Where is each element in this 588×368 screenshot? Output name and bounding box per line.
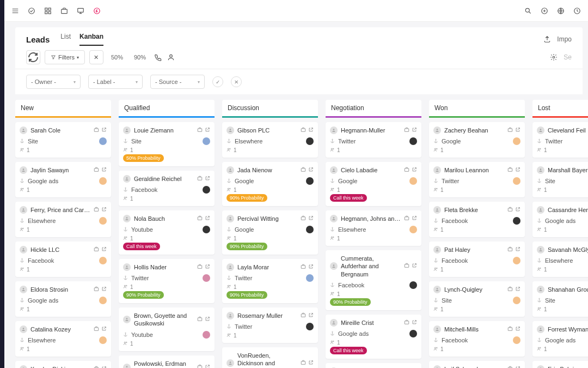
lead-card[interactable]: Savanah McGlynn Elsewhere 1 bbox=[532, 242, 588, 277]
briefcase-icon[interactable] bbox=[507, 365, 513, 368]
lead-card[interactable]: Cleveland Feil Twitter 1 bbox=[532, 122, 588, 158]
assignee-avatar[interactable] bbox=[203, 331, 210, 339]
lead-card[interactable]: Kayden Dickinson bbox=[15, 361, 111, 368]
external-link-icon[interactable] bbox=[515, 365, 520, 368]
briefcase-icon[interactable] bbox=[301, 312, 306, 319]
briefcase-icon[interactable] bbox=[404, 262, 409, 270]
external-link-icon[interactable] bbox=[412, 262, 417, 270]
clock-icon[interactable] bbox=[573, 7, 581, 15]
assignee-avatar[interactable] bbox=[203, 226, 210, 233]
assignee-avatar[interactable] bbox=[99, 177, 107, 185]
briefcase-icon[interactable] bbox=[60, 7, 69, 15]
upload-icon[interactable] bbox=[543, 35, 552, 44]
lead-card[interactable]: Lynch-Quigley Site 1 bbox=[429, 281, 525, 317]
bolt-icon[interactable] bbox=[93, 7, 101, 15]
briefcase-icon[interactable] bbox=[94, 286, 99, 293]
lead-card[interactable]: Powlowski, Erdman and Wilderman Google a… bbox=[119, 355, 215, 368]
clear-filter-button[interactable]: ✕ bbox=[89, 50, 103, 64]
apply-filter-icon[interactable]: ✓ bbox=[212, 76, 223, 87]
lead-card[interactable]: Jaylin Sawayn Google ads 1 bbox=[15, 162, 111, 197]
assignee-avatar[interactable] bbox=[513, 336, 520, 344]
assignee-avatar[interactable] bbox=[409, 330, 417, 337]
briefcase-icon[interactable] bbox=[94, 206, 99, 214]
external-link-icon[interactable] bbox=[205, 364, 210, 368]
assignee-avatar[interactable] bbox=[99, 336, 107, 344]
lead-card[interactable]: Rosemary Muller Twitter 1 bbox=[222, 307, 318, 343]
external-link-icon[interactable] bbox=[308, 312, 314, 319]
assignee-avatar[interactable] bbox=[513, 177, 520, 185]
briefcase-icon[interactable] bbox=[94, 365, 99, 368]
owner-select[interactable]: - Owner - bbox=[26, 75, 81, 89]
lead-card[interactable]: Fleta Brekke Facebook 1 bbox=[429, 202, 525, 237]
briefcase-icon[interactable] bbox=[301, 126, 306, 134]
lead-card[interactable]: Jada Nienow Google 1 90% Probability bbox=[222, 162, 318, 206]
assignee-avatar[interactable] bbox=[409, 281, 417, 289]
search-input[interactable]: Se bbox=[564, 53, 572, 61]
assignee-avatar[interactable] bbox=[306, 226, 314, 233]
briefcase-icon[interactable] bbox=[94, 325, 99, 333]
assignee-avatar[interactable] bbox=[306, 177, 314, 185]
briefcase-icon[interactable] bbox=[404, 215, 409, 222]
briefcase-icon[interactable] bbox=[197, 126, 203, 134]
label-select[interactable]: - Label - bbox=[88, 75, 143, 89]
lead-card[interactable]: Shanahan Group Site 1 bbox=[532, 281, 588, 317]
assignee-avatar[interactable] bbox=[409, 177, 417, 185]
external-link-icon[interactable] bbox=[101, 206, 107, 214]
briefcase-icon[interactable] bbox=[507, 246, 513, 254]
lead-card[interactable]: Ferry, Price and Carter Elsewhere 1 bbox=[15, 202, 111, 237]
lead-card[interactable]: Louie Ziemann Site 1 50% Probability bbox=[119, 122, 215, 166]
user-icon[interactable] bbox=[167, 53, 175, 62]
briefcase-icon[interactable] bbox=[507, 325, 513, 333]
external-link-icon[interactable] bbox=[515, 126, 520, 134]
external-link-icon[interactable] bbox=[101, 246, 107, 254]
assignee-avatar[interactable] bbox=[203, 137, 210, 145]
assignee-avatar[interactable] bbox=[513, 137, 520, 145]
lead-card[interactable]: Nola Bauch Youtube 1 Call this week bbox=[119, 210, 215, 255]
lead-card[interactable]: Erin Bahringer bbox=[532, 361, 588, 368]
plus-circle-icon[interactable] bbox=[540, 7, 549, 15]
lead-card[interactable]: Hegmann, Johns and Ankunding Elsewhere 1 bbox=[326, 210, 421, 246]
lead-card[interactable]: Cassandre Herman Google ads 1 bbox=[532, 202, 588, 237]
external-link-icon[interactable] bbox=[412, 166, 417, 174]
external-link-icon[interactable] bbox=[515, 286, 520, 293]
briefcase-icon[interactable] bbox=[404, 126, 409, 134]
external-link-icon[interactable] bbox=[515, 325, 520, 333]
lead-card[interactable]: Marilou Leannon Twitter 1 bbox=[429, 162, 525, 197]
external-link-icon[interactable] bbox=[412, 215, 417, 222]
external-link-icon[interactable] bbox=[515, 246, 520, 254]
gear-icon[interactable] bbox=[549, 53, 558, 62]
lead-card[interactable]: Zachery Beahan Google 1 bbox=[429, 122, 525, 158]
lead-card[interactable]: Hegmann-Muller Twitter 1 bbox=[326, 122, 421, 158]
briefcase-icon[interactable] bbox=[197, 364, 203, 368]
external-link-icon[interactable] bbox=[101, 166, 107, 174]
assignee-avatar[interactable] bbox=[99, 137, 107, 145]
lead-card[interactable]: Pat Haley Facebook 1 bbox=[429, 242, 525, 277]
briefcase-icon[interactable] bbox=[94, 246, 99, 254]
external-link-icon[interactable] bbox=[101, 325, 107, 333]
source-select[interactable]: - Source - bbox=[150, 75, 205, 89]
menu-icon[interactable] bbox=[11, 7, 20, 15]
briefcase-icon[interactable] bbox=[301, 359, 306, 367]
briefcase-icon[interactable] bbox=[301, 166, 306, 174]
external-link-icon[interactable] bbox=[308, 126, 314, 134]
tab-list[interactable]: List bbox=[60, 33, 71, 46]
assignee-avatar[interactable] bbox=[306, 137, 314, 145]
assignee-avatar[interactable] bbox=[513, 297, 520, 304]
lead-card[interactable]: Gibson PLC Elsewhere 1 bbox=[222, 122, 318, 158]
external-link-icon[interactable] bbox=[205, 263, 210, 271]
briefcase-icon[interactable] bbox=[404, 166, 409, 174]
external-link-icon[interactable] bbox=[101, 365, 107, 368]
lead-card[interactable]: Brown, Goyette and Gusikowski Youtube 1 bbox=[119, 307, 215, 351]
briefcase-icon[interactable] bbox=[94, 166, 99, 174]
search-icon[interactable] bbox=[524, 7, 532, 15]
external-link-icon[interactable] bbox=[515, 166, 520, 174]
lead-card[interactable]: Ruben West Youtube 1 Call this week bbox=[326, 363, 421, 368]
lead-card[interactable]: Catalina Kozey Elsewhere 1 bbox=[15, 321, 111, 357]
grid-icon[interactable] bbox=[44, 7, 52, 15]
assignee-avatar[interactable] bbox=[409, 137, 417, 145]
lead-card[interactable]: Geraldine Reichel Facebook 1 bbox=[119, 171, 215, 206]
assignee-avatar[interactable] bbox=[513, 257, 520, 264]
external-link-icon[interactable] bbox=[205, 126, 210, 134]
lead-card[interactable]: Hickle LLC Facebook 1 bbox=[15, 242, 111, 277]
briefcase-icon[interactable] bbox=[301, 263, 306, 271]
